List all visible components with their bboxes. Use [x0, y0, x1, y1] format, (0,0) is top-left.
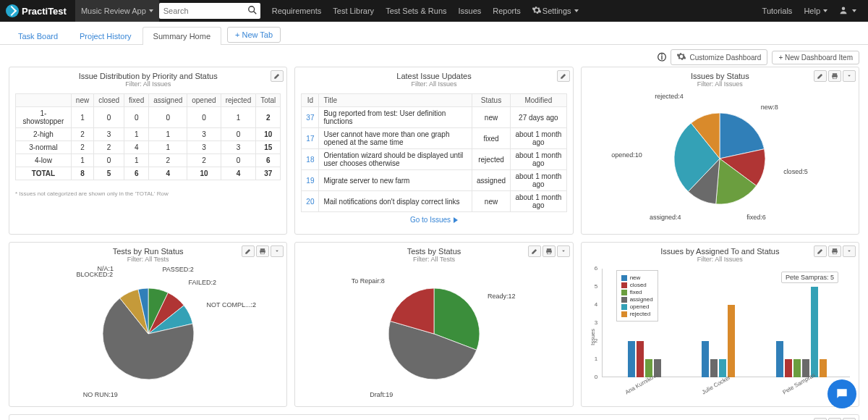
- pie-slice-label: Ready:12: [488, 293, 516, 300]
- search-input[interactable]: [159, 3, 260, 19]
- bar[interactable]: [785, 359, 792, 377]
- edit-icon[interactable]: [528, 245, 541, 257]
- pie-slice-label: opened:10: [611, 151, 642, 159]
- bar[interactable]: [811, 287, 818, 377]
- download-icon[interactable]: [557, 245, 570, 257]
- print-icon[interactable]: [828, 70, 841, 82]
- dashboard-toolbar: ⓘ Customize Dashboard + New Dashboard It…: [0, 45, 868, 67]
- pie-chart-issues-status: new:8closed:5fixed:6assigned:4opened:10r…: [587, 93, 853, 224]
- bar[interactable]: [628, 341, 635, 377]
- gear-icon: [532, 6, 542, 16]
- pie-slice-label: N/A:1: [97, 265, 114, 272]
- brand-logo[interactable]: PractiTest: [6, 4, 67, 17]
- bar-category-label: Julie Cocker: [701, 374, 732, 396]
- panel-tests-by-status: Tests by Status Filter: All Tests Ready:…: [294, 242, 573, 407]
- pie-chart-tests-status: Ready:12Draft:19To Repair:8: [301, 269, 566, 399]
- panel-title: Latest Issue Updates: [298, 72, 569, 80]
- panel-issues-by-assignee: Issues by Assigned To and Status Filter:…: [581, 242, 859, 407]
- dashboard-grid: Issue Distribution by Priority and Statu…: [0, 67, 868, 420]
- issue-id-link[interactable]: 20: [306, 198, 314, 206]
- table-row: 19Migrate server to new farmassignedabou…: [302, 170, 566, 191]
- legend: newclosedfixedassignedopenedrejected: [616, 270, 658, 322]
- pie-chart-tests-run: PASSED:2FAILED:2NOT COMPL...:2NO RUN:19B…: [15, 269, 281, 399]
- gear-icon: [677, 52, 687, 62]
- pie-slice-label: Draft:19: [370, 391, 393, 398]
- bar-group: Ana Kurnikova: [628, 341, 661, 377]
- pie-slice-label: NOT COMPL...:2: [207, 301, 256, 308]
- table-footnote: * Issues not categorized are shown only …: [9, 188, 286, 200]
- info-icon[interactable]: ⓘ: [658, 51, 666, 64]
- search-icon[interactable]: [247, 5, 258, 17]
- chat-icon: [835, 387, 849, 401]
- download-icon[interactable]: [843, 70, 856, 82]
- nav-user[interactable]: [833, 0, 862, 22]
- nav-tutorials[interactable]: Tutorials: [757, 0, 799, 22]
- print-icon[interactable]: [256, 245, 269, 257]
- edit-icon[interactable]: [242, 245, 255, 257]
- svg-rect-14: [833, 252, 837, 254]
- nav-issues[interactable]: Issues: [453, 0, 488, 22]
- bar[interactable]: [719, 359, 726, 377]
- print-icon[interactable]: [828, 245, 841, 257]
- chat-fab[interactable]: [827, 379, 856, 408]
- svg-point-2: [842, 7, 846, 11]
- bar[interactable]: [702, 341, 709, 377]
- print-icon[interactable]: [542, 245, 556, 257]
- bar[interactable]: [637, 341, 644, 377]
- tooltip: Pete Sampras: 5: [781, 272, 838, 283]
- download-icon[interactable]: [843, 245, 856, 257]
- customize-dashboard-button[interactable]: Customize Dashboard: [671, 49, 768, 65]
- arrow-right-icon: [454, 217, 458, 223]
- pie-slice-label: FAILED:2: [189, 279, 217, 286]
- app-selector[interactable]: Music Review App: [75, 0, 159, 22]
- svg-point-0: [249, 7, 255, 12]
- svg-rect-12: [833, 248, 837, 251]
- bar[interactable]: [793, 359, 801, 377]
- svg-rect-3: [833, 73, 837, 75]
- bar[interactable]: [820, 359, 827, 377]
- nav-test-sets-runs[interactable]: Test Sets & Runs: [380, 0, 452, 22]
- bar-group: Pete Sampras: [776, 287, 827, 377]
- panel-tests-by-run: Tests by Run Status Filter: All Tests PA…: [9, 242, 287, 407]
- panel-title: Issue Distribution by Priority and Statu…: [12, 72, 284, 80]
- nav-settings[interactable]: Settings: [527, 0, 584, 22]
- tab-summary-home[interactable]: Summary Home: [142, 27, 221, 45]
- nav-test-library[interactable]: Test Library: [327, 0, 380, 22]
- bar-chart-assignee: Issues0123456Ana KurnikovaJulie CockerPe…: [587, 269, 853, 399]
- new-dashboard-item-button[interactable]: + New Dashboard Item: [772, 51, 859, 64]
- goto-issues-link[interactable]: Go to Issues: [410, 216, 458, 224]
- distribution-table: newclosedfixedassignedopenedrejectedTota…: [15, 93, 281, 180]
- user-icon: [839, 6, 849, 16]
- edit-icon[interactable]: [814, 70, 827, 82]
- issue-id-link[interactable]: 17: [306, 135, 314, 143]
- edit-icon[interactable]: [814, 245, 827, 257]
- pie-slice-label: NO RUN:19: [83, 391, 118, 398]
- issue-id-link[interactable]: 19: [306, 177, 314, 185]
- tab-task-board[interactable]: Task Board: [7, 27, 69, 45]
- latest-issues-table: IdTitleStatusModified37Bug reported from…: [301, 93, 566, 212]
- nav-help[interactable]: Help: [798, 0, 833, 22]
- tab-project-history[interactable]: Project History: [69, 27, 142, 45]
- nav-requirements[interactable]: Requirements: [266, 0, 327, 22]
- svg-rect-11: [547, 252, 550, 254]
- nav-reports[interactable]: Reports: [487, 0, 527, 22]
- panel-issues-progress: Issues Statuses Progress Weekly Activity…: [9, 414, 859, 420]
- brand-icon: [6, 4, 19, 17]
- edit-icon[interactable]: [557, 70, 570, 82]
- svg-rect-9: [547, 248, 551, 251]
- table-row: 18Orientation wizard should be displayed…: [302, 149, 566, 170]
- bar[interactable]: [776, 341, 783, 377]
- pie-slice-label: fixed:6: [746, 214, 766, 221]
- svg-rect-6: [260, 248, 265, 251]
- bar[interactable]: [710, 359, 718, 377]
- issue-id-link[interactable]: 37: [306, 114, 314, 122]
- svg-line-1: [254, 12, 257, 14]
- issue-id-link[interactable]: 18: [306, 156, 314, 164]
- new-tab-button[interactable]: + New Tab: [227, 27, 281, 43]
- bar-group: Julie Cocker: [702, 305, 735, 377]
- bar[interactable]: [728, 305, 735, 377]
- download-icon[interactable]: [271, 245, 284, 257]
- svg-rect-5: [833, 77, 837, 79]
- table-row: 37Bug reported from test: User definitio…: [302, 107, 566, 128]
- edit-icon[interactable]: [271, 70, 284, 82]
